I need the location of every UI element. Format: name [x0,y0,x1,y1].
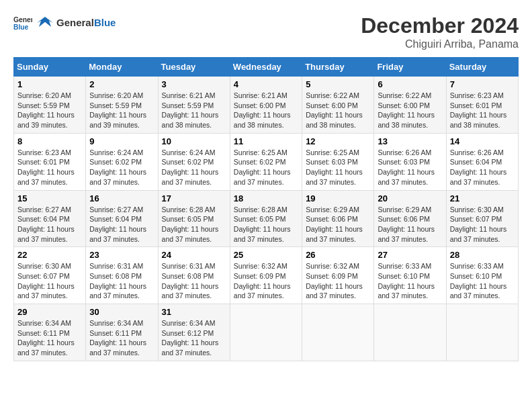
day-cell-24: 24 Sunrise: 6:31 AMSunset: 6:08 PMDaylig… [158,247,230,304]
day-number: 15 [17,193,82,203]
weekday-header-sunday: Sunday [14,58,86,77]
calendar-week-row: 15 Sunrise: 6:27 AMSunset: 6:04 PMDaylig… [14,190,519,247]
empty-day-cell [302,304,374,361]
day-number: 20 [378,193,442,203]
day-number: 17 [162,193,226,203]
calendar-week-row: 22 Sunrise: 6:30 AMSunset: 6:07 PMDaylig… [14,247,519,304]
day-cell-12: 12 Sunrise: 6:25 AMSunset: 6:03 PMDaylig… [302,133,374,190]
day-info: Sunrise: 6:29 AMSunset: 6:06 PMDaylight:… [378,205,435,243]
day-info: Sunrise: 6:29 AMSunset: 6:06 PMDaylight:… [306,205,363,243]
day-cell-8: 8 Sunrise: 6:23 AMSunset: 6:01 PMDayligh… [14,133,86,190]
logo-text-blue: Blue [94,17,116,28]
day-cell-9: 9 Sunrise: 6:24 AMSunset: 6:02 PMDayligh… [86,133,158,190]
svg-text:General: General [13,16,32,24]
day-number: 21 [450,193,515,203]
day-cell-28: 28 Sunrise: 6:33 AMSunset: 6:10 PMDaylig… [446,247,518,304]
empty-day-cell [374,304,446,361]
day-cell-19: 19 Sunrise: 6:29 AMSunset: 6:06 PMDaylig… [302,190,374,247]
title-block: December 2024 Chiguiri Arriba, Panama [361,13,519,50]
calendar-week-row: 1 Sunrise: 6:20 AMSunset: 5:59 PMDayligh… [14,77,519,134]
day-cell-2: 2 Sunrise: 6:20 AMSunset: 5:59 PMDayligh… [86,77,158,134]
day-cell-3: 3 Sunrise: 6:21 AMSunset: 5:59 PMDayligh… [158,77,230,134]
day-number: 28 [450,250,515,260]
calendar-table: SundayMondayTuesdayWednesdayThursdayFrid… [13,57,519,361]
day-number: 16 [89,193,154,203]
logo: General Blue GeneralBlue [13,13,116,32]
day-cell-30: 30 Sunrise: 6:34 AMSunset: 6:11 PMDaylig… [86,304,158,361]
day-cell-23: 23 Sunrise: 6:31 AMSunset: 6:08 PMDaylig… [86,247,158,304]
day-number: 12 [306,136,370,146]
day-info: Sunrise: 6:33 AMSunset: 6:10 PMDaylight:… [378,262,435,300]
svg-marker-3 [37,17,53,27]
day-number: 25 [234,250,298,260]
day-cell-31: 31 Sunrise: 6:34 AMSunset: 6:12 PMDaylig… [158,304,230,361]
day-info: Sunrise: 6:25 AMSunset: 6:02 PMDaylight:… [234,148,291,186]
calendar-week-row: 8 Sunrise: 6:23 AMSunset: 6:01 PMDayligh… [14,133,519,190]
day-info: Sunrise: 6:26 AMSunset: 6:03 PMDaylight:… [378,148,435,186]
day-number: 13 [378,136,442,146]
day-cell-5: 5 Sunrise: 6:22 AMSunset: 6:00 PMDayligh… [302,77,374,134]
day-info: Sunrise: 6:30 AMSunset: 6:07 PMDaylight:… [450,205,507,243]
logo-text-general: General [56,17,94,28]
day-number: 11 [234,136,298,146]
day-number: 18 [234,193,298,203]
day-cell-17: 17 Sunrise: 6:28 AMSunset: 6:05 PMDaylig… [158,190,230,247]
day-number: 30 [89,307,154,317]
day-info: Sunrise: 6:23 AMSunset: 6:01 PMDaylight:… [17,148,75,186]
weekday-header-thursday: Thursday [302,58,374,77]
svg-text:Blue: Blue [13,24,29,31]
empty-day-cell [446,304,518,361]
logo-bird-icon [35,13,55,32]
day-info: Sunrise: 6:34 AMSunset: 6:11 PMDaylight:… [17,319,75,357]
weekday-header-tuesday: Tuesday [158,58,230,77]
day-number: 19 [306,193,370,203]
day-number: 3 [162,79,226,89]
day-number: 1 [17,79,82,89]
weekday-header-wednesday: Wednesday [230,58,302,77]
day-info: Sunrise: 6:20 AMSunset: 5:59 PMDaylight:… [89,91,146,129]
day-cell-22: 22 Sunrise: 6:30 AMSunset: 6:07 PMDaylig… [14,247,86,304]
day-number: 6 [378,79,442,89]
day-info: Sunrise: 6:28 AMSunset: 6:05 PMDaylight:… [234,205,291,243]
day-info: Sunrise: 6:27 AMSunset: 6:04 PMDaylight:… [89,205,146,243]
day-number: 29 [17,307,82,317]
day-number: 24 [162,250,226,260]
day-info: Sunrise: 6:22 AMSunset: 6:00 PMDaylight:… [378,91,435,129]
weekday-header-friday: Friday [374,58,446,77]
day-cell-7: 7 Sunrise: 6:23 AMSunset: 6:01 PMDayligh… [446,77,518,134]
day-cell-16: 16 Sunrise: 6:27 AMSunset: 6:04 PMDaylig… [86,190,158,247]
day-number: 5 [306,79,370,89]
day-cell-27: 27 Sunrise: 6:33 AMSunset: 6:10 PMDaylig… [374,247,446,304]
month-title: December 2024 [361,13,519,38]
day-number: 7 [450,79,515,89]
day-number: 31 [162,307,226,317]
day-number: 26 [306,250,370,260]
day-info: Sunrise: 6:30 AMSunset: 6:07 PMDaylight:… [17,262,75,300]
day-info: Sunrise: 6:21 AMSunset: 5:59 PMDaylight:… [162,91,219,129]
calendar-week-row: 29 Sunrise: 6:34 AMSunset: 6:11 PMDaylig… [14,304,519,361]
day-info: Sunrise: 6:24 AMSunset: 6:02 PMDaylight:… [162,148,219,186]
day-cell-6: 6 Sunrise: 6:22 AMSunset: 6:00 PMDayligh… [374,77,446,134]
day-number: 10 [162,136,226,146]
weekday-header-saturday: Saturday [446,58,518,77]
day-cell-25: 25 Sunrise: 6:32 AMSunset: 6:09 PMDaylig… [230,247,302,304]
weekday-header-monday: Monday [86,58,158,77]
day-info: Sunrise: 6:34 AMSunset: 6:12 PMDaylight:… [162,319,219,357]
day-info: Sunrise: 6:31 AMSunset: 6:08 PMDaylight:… [89,262,146,300]
day-number: 23 [89,250,154,260]
day-info: Sunrise: 6:27 AMSunset: 6:04 PMDaylight:… [17,205,75,243]
day-cell-29: 29 Sunrise: 6:34 AMSunset: 6:11 PMDaylig… [14,304,86,361]
day-number: 27 [378,250,442,260]
day-info: Sunrise: 6:23 AMSunset: 6:01 PMDaylight:… [450,91,507,129]
day-cell-10: 10 Sunrise: 6:24 AMSunset: 6:02 PMDaylig… [158,133,230,190]
day-cell-26: 26 Sunrise: 6:32 AMSunset: 6:09 PMDaylig… [302,247,374,304]
day-cell-20: 20 Sunrise: 6:29 AMSunset: 6:06 PMDaylig… [374,190,446,247]
day-number: 22 [17,250,82,260]
day-info: Sunrise: 6:31 AMSunset: 6:08 PMDaylight:… [162,262,219,300]
day-info: Sunrise: 6:26 AMSunset: 6:04 PMDaylight:… [450,148,507,186]
day-info: Sunrise: 6:24 AMSunset: 6:02 PMDaylight:… [89,148,146,186]
page-header: General Blue GeneralBlue December 2024 C… [13,13,519,50]
weekday-header-row: SundayMondayTuesdayWednesdayThursdayFrid… [14,58,519,77]
day-cell-18: 18 Sunrise: 6:28 AMSunset: 6:05 PMDaylig… [230,190,302,247]
day-cell-1: 1 Sunrise: 6:20 AMSunset: 5:59 PMDayligh… [14,77,86,134]
